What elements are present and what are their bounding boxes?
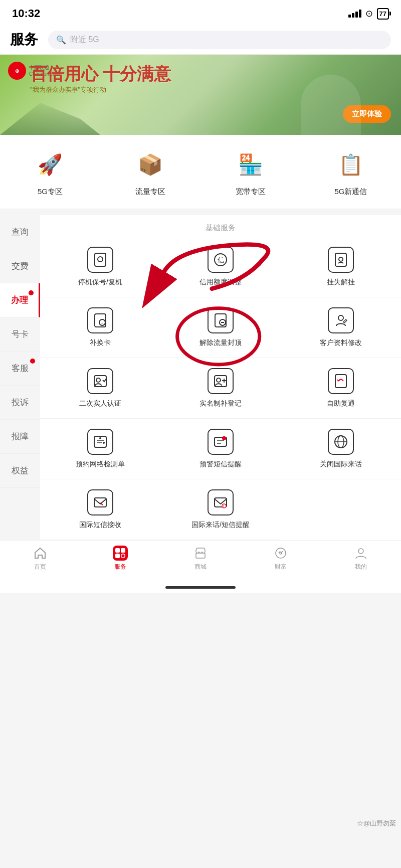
banner-text-area: 百倍用心 十分满意 "我为群众办实事"专项行动	[30, 65, 331, 94]
self-restore-label: 自助复通	[327, 399, 355, 408]
realname-reg-icon	[208, 368, 234, 394]
broadband-zone-icon: 🏪	[233, 147, 268, 182]
service-network-test[interactable]: 预约网络检测单	[40, 419, 160, 479]
service-intl-sms[interactable]: 国际短信接收	[40, 479, 160, 540]
service-realname2[interactable]: 二次实人认证	[40, 358, 160, 419]
nav-shop-label: 商城	[194, 563, 207, 571]
service-close-intl[interactable]: 关闭国际来话	[281, 419, 401, 479]
sidebar-item-query[interactable]: 查询	[0, 215, 40, 249]
sidebar-item-rights[interactable]: 权益	[0, 454, 40, 488]
header: 服务 🔍 附近 5G	[0, 25, 401, 55]
svg-point-47	[358, 549, 363, 554]
lostfound-label: 挂失解挂	[327, 278, 355, 287]
credit-label: 信用额度调整	[199, 278, 242, 287]
sms-alert-label: 预警短信提醒	[199, 460, 242, 469]
search-bar[interactable]: 🔍 附近 5G	[48, 31, 391, 49]
nav-service-label: 服务	[114, 563, 126, 571]
sidebar: 查询 交费 办理 号卡 客服 投诉 报障 权益	[0, 215, 40, 540]
service-customer-edit[interactable]: 客户资料修改	[281, 297, 401, 358]
recard-icon: -	[87, 307, 113, 333]
service-realname-reg[interactable]: 实名制补登记	[160, 358, 281, 419]
5g-zone-label: 5G专区	[38, 187, 63, 197]
sms-alert-icon	[208, 429, 234, 455]
svg-rect-5	[335, 253, 346, 266]
svg-point-6	[339, 257, 343, 261]
service-intl-call-sms[interactable]: ! 国际来话/短信提醒	[160, 479, 281, 540]
nav-mine[interactable]: 我的	[321, 546, 401, 571]
realname-reg-label: 实名制补登记	[199, 399, 242, 408]
quick-nav-5g-comm[interactable]: 📋 5G新通信	[301, 143, 401, 201]
svg-rect-2	[99, 253, 101, 254]
services-container: 停机保号/复机 信 信用额度调整	[40, 237, 401, 540]
close-intl-label: 关闭国际来话	[320, 460, 362, 469]
quick-nav-broadband[interactable]: 🏪 宽带专区	[200, 143, 301, 201]
sidebar-item-repair[interactable]: 报障	[0, 420, 40, 454]
traffic-zone-icon: 📦	[133, 147, 168, 182]
shop-icon	[193, 546, 208, 561]
sidebar-label-complaint: 投诉	[12, 398, 29, 407]
nav-home-label: 首页	[34, 563, 46, 571]
sidebar-item-simcard[interactable]: 号卡	[0, 317, 40, 352]
svg-rect-39	[115, 548, 120, 553]
service-credit[interactable]: 信 信用额度调整	[160, 237, 281, 297]
quick-nav-traffic[interactable]: 📦 流量专区	[100, 143, 200, 201]
service-self-restore[interactable]: 自助复通	[281, 358, 401, 419]
watermark: ☆@山野勿棻	[357, 819, 396, 828]
sidebar-item-handle[interactable]: 办理	[0, 283, 40, 317]
service-suspend[interactable]: 停机保号/复机	[40, 237, 160, 297]
svg-rect-44	[196, 553, 205, 558]
service-recard[interactable]: - 补换卡	[40, 297, 160, 358]
nav-wealth[interactable]: 财富	[241, 546, 321, 571]
nav-mine-label: 我的	[355, 563, 367, 571]
search-icon: 🔍	[56, 35, 66, 45]
sidebar-label-payment: 交费	[12, 261, 29, 271]
handle-dot	[29, 290, 34, 295]
5g-comm-icon: 📋	[333, 147, 368, 182]
service-traffic-limit[interactable]: 解除流量封顶	[160, 297, 281, 358]
banner-decoration	[301, 75, 361, 135]
nav-home[interactable]: 首页	[0, 546, 80, 571]
sidebar-label-service: 客服	[12, 364, 29, 373]
nav-shop[interactable]: 商城	[160, 546, 241, 571]
page-title: 服务	[10, 30, 38, 49]
quick-nav-5g[interactable]: 🚀 5G专区	[0, 143, 100, 201]
search-placeholder: 附近 5G	[70, 35, 99, 45]
credit-icon: 信	[208, 247, 234, 273]
svg-rect-33	[94, 498, 106, 507]
service-sms-alert[interactable]: 预警短信提醒	[160, 419, 281, 479]
suspend-icon	[87, 247, 113, 273]
traffic-zone-label: 流量专区	[135, 187, 165, 197]
network-test-label: 预约网络检测单	[76, 460, 125, 469]
banner-sub-text: "我为群众办实事"专项行动	[30, 85, 331, 94]
status-time: 10:32	[12, 7, 40, 20]
home-icon	[33, 546, 48, 561]
service-dot	[30, 359, 35, 364]
banner[interactable]: ⊕ 中国联通 China unicom 百倍用心 十分满意 "我为群众办实事"专…	[0, 55, 401, 135]
svg-rect-40	[121, 548, 125, 553]
sidebar-label-rights: 权益	[12, 466, 29, 475]
service-lostfound[interactable]: 挂失解挂	[281, 237, 401, 297]
sidebar-label-repair: 报障	[12, 432, 29, 441]
svg-point-1	[98, 257, 103, 262]
traffic-limit-label: 解除流量封顶	[199, 338, 242, 348]
customer-edit-label: 客户资料修改	[320, 338, 362, 348]
svg-point-25	[99, 437, 101, 439]
svg-rect-20	[335, 375, 346, 388]
status-bar: 10:32 ⊙ 77	[0, 0, 401, 25]
banner-mountain	[0, 95, 100, 135]
intl-call-sms-icon: !	[208, 489, 234, 515]
close-intl-icon	[328, 429, 354, 455]
sidebar-item-payment[interactable]: 交费	[0, 249, 40, 283]
svg-text:-: -	[101, 319, 103, 325]
traffic-limit-icon	[208, 307, 234, 333]
mine-icon	[353, 546, 368, 561]
nav-service[interactable]: 服务	[80, 546, 160, 571]
svg-point-24	[103, 442, 105, 444]
sidebar-item-service[interactable]: 客服	[0, 352, 40, 386]
sidebar-item-complaint[interactable]: 投诉	[0, 386, 40, 420]
home-bar	[165, 586, 236, 589]
svg-point-27	[222, 436, 226, 440]
network-test-icon	[87, 429, 113, 455]
self-restore-icon	[328, 368, 354, 394]
realname2-label: 二次实人认证	[79, 399, 121, 408]
